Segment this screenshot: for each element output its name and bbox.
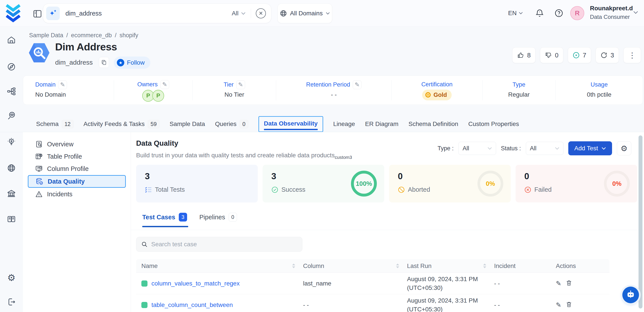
domains-globe-icon[interactable]	[7, 164, 16, 173]
col-header-column[interactable]: Column	[303, 262, 407, 269]
menu-item-table-profile[interactable]: Table Profile	[28, 150, 126, 162]
settings-gear-icon[interactable]: ⚙	[617, 141, 631, 155]
test-case-search-input[interactable]	[151, 241, 298, 248]
circle-dot-icon	[573, 52, 580, 59]
tab-test-cases[interactable]: Test Cases 3	[142, 213, 187, 222]
metadata-retention: Retention Period ✎ - -	[276, 80, 392, 100]
logout-icon[interactable]	[7, 297, 16, 306]
breadcrumb-item[interactable]: Sample Data	[29, 32, 63, 39]
edit-tier-icon[interactable]: ✎	[236, 80, 245, 89]
type-filter-label: Type :	[438, 145, 454, 152]
entity-name: dim_address	[55, 59, 93, 66]
menu-item-overview[interactable]: Overview	[28, 138, 126, 150]
aborted-percent-ring: 0%	[478, 171, 503, 197]
sort-icon[interactable]	[396, 264, 399, 268]
help-icon[interactable]	[554, 9, 563, 18]
tab-lineage[interactable]: Lineage	[333, 120, 355, 127]
tab-schema[interactable]: Schema12	[36, 120, 74, 128]
add-test-button[interactable]: Add Test	[568, 141, 612, 155]
copy-icon[interactable]	[99, 57, 109, 68]
tab-schema-definition[interactable]: Schema Definition	[408, 120, 458, 127]
chevron-down-icon	[241, 12, 246, 15]
type-filter-select[interactable]: All	[458, 142, 496, 155]
pipelines-count-badge: 0	[229, 213, 237, 222]
col-header-last-run[interactable]: Last Run	[407, 262, 494, 269]
col-header-incident: Incident	[494, 262, 554, 269]
delete-trash-icon[interactable]	[566, 301, 572, 307]
page-title: Dim Address	[55, 41, 117, 53]
success-card: 3 Success 100%	[262, 165, 384, 202]
tab-activity-feeds[interactable]: Activity Feeds & Tasks59	[84, 120, 160, 128]
thumbs-up-icon	[517, 52, 524, 59]
edit-owners-icon[interactable]: ✎	[160, 80, 169, 89]
chevron-down-icon	[602, 147, 606, 150]
edit-retention-icon[interactable]: ✎	[353, 80, 362, 89]
user-role: Data Consumer	[590, 14, 633, 20]
top-bar: ✦✦ All ✕ All Domains EN R Rounakpreet.d …	[0, 0, 644, 27]
tab-pipelines[interactable]: Pipelines 0	[199, 213, 237, 222]
metadata-owners: Owners ✎ P P	[114, 80, 193, 100]
breadcrumb-item[interactable]: shopify	[120, 32, 138, 39]
language-selector[interactable]: EN	[508, 10, 523, 17]
more-options-kebab-icon[interactable]: ⋮	[624, 47, 641, 63]
user-menu[interactable]: Rounakpreet.d Data Consumer	[590, 5, 633, 20]
upvote-button[interactable]: 8	[512, 47, 536, 63]
settings-gear-icon[interactable]: ⚙	[7, 273, 16, 282]
test-status-success-indicator	[141, 302, 148, 308]
user-name: Rounakpreet.d	[590, 5, 633, 12]
search-clear-icon[interactable]: ✕	[256, 8, 266, 19]
domains-selector[interactable]: All Domains	[278, 4, 332, 23]
col-header-name[interactable]: Name	[136, 262, 303, 269]
incident-cell: - -	[494, 280, 554, 287]
col-header-actions: Actions	[554, 262, 610, 269]
govern-bank-icon[interactable]	[7, 189, 16, 198]
tab-data-observability[interactable]: Data Observability	[258, 116, 323, 132]
edit-pencil-icon[interactable]: ✎	[556, 301, 561, 309]
glossary-book-icon[interactable]	[7, 215, 16, 223]
menu-item-incidents[interactable]: Incidents	[28, 188, 126, 200]
sort-icon[interactable]	[483, 264, 486, 268]
notifications-bell-icon[interactable]	[535, 9, 544, 18]
user-avatar[interactable]: R	[570, 6, 584, 20]
chatbot-button[interactable]	[622, 286, 639, 303]
tab-queries[interactable]: Queries0	[215, 120, 248, 128]
table-header-row: Name Column Last Run Incident Actions	[136, 259, 610, 273]
menu-item-data-quality[interactable]: Data Quality	[28, 175, 126, 188]
home-icon[interactable]	[7, 36, 16, 44]
status-filter-select[interactable]: All	[526, 142, 564, 155]
explore-compass-icon[interactable]	[7, 62, 16, 71]
edit-domain-icon[interactable]: ✎	[58, 80, 67, 89]
tab-er-diagram[interactable]: ER Diagram	[365, 120, 398, 127]
insights-bulb-icon[interactable]	[7, 137, 16, 146]
app-logo-icon[interactable]	[5, 4, 22, 24]
sort-icon[interactable]	[292, 264, 295, 268]
follow-button[interactable]: ★ Follow	[114, 57, 150, 69]
test-case-link[interactable]: table_column_count_between	[152, 301, 233, 308]
ai-sparkle-icon: ✦✦	[46, 7, 60, 20]
menu-item-column-profile[interactable]: Column Profile	[28, 163, 126, 175]
lineage-flow-icon[interactable]	[7, 87, 16, 96]
aborted-card: 0 Aborted 0%	[389, 165, 511, 202]
divider	[131, 230, 644, 230]
edit-pencil-icon[interactable]: ✎	[556, 279, 561, 287]
watch-button[interactable]: 7	[568, 47, 591, 63]
chevron-down-icon[interactable]	[633, 11, 638, 14]
sidebar-toggle-icon[interactable]	[33, 9, 42, 19]
downvote-button[interactable]: 0	[540, 47, 563, 63]
delete-trash-icon[interactable]	[566, 279, 572, 286]
test-case-link[interactable]: column_values_to_match_regex	[152, 280, 240, 287]
breadcrumb-item[interactable]: ecommerce_db	[71, 32, 112, 39]
test-cases-table: Name Column Last Run Incident Actions co…	[136, 259, 610, 312]
entity-metadata-bar: Domain ✎ No Domain Owners ✎ P P Tier ✎ N…	[23, 76, 643, 105]
observability-search-icon[interactable]	[7, 111, 16, 120]
tab-custom-properties[interactable]: Custom Properties	[468, 120, 519, 127]
test-case-search	[136, 237, 302, 252]
observability-menu: Overview Table Profile Column Profile Da…	[23, 132, 131, 312]
column-profile-icon	[35, 165, 43, 173]
tab-sample-data[interactable]: Sample Data	[170, 120, 205, 127]
scrollbar-thumb[interactable]	[638, 135, 642, 308]
global-search-input[interactable]	[66, 10, 232, 17]
search-scope-dropdown[interactable]: All	[232, 10, 251, 17]
version-button[interactable]: 3	[596, 47, 619, 63]
owner-avatar[interactable]: P	[152, 90, 164, 102]
